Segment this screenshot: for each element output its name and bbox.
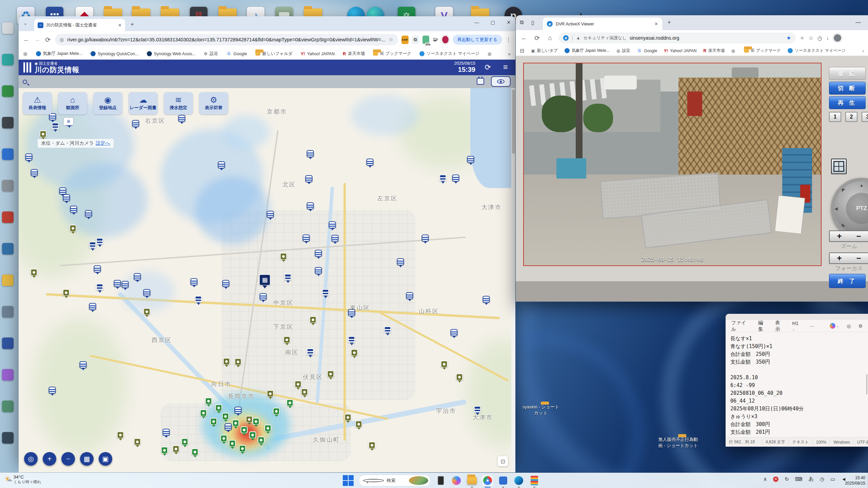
map-marker-wl[interactable] (25, 154, 33, 163)
settings-link[interactable]: 設定へ (96, 140, 110, 146)
map-marker-cam[interactable] (456, 373, 463, 383)
tray-icon-6[interactable]: ▭ (830, 476, 835, 482)
map-marker-camg[interactable] (220, 435, 228, 444)
desktop-shortcut[interactable]: 無人販売不正行為動画 - ショートカット (658, 436, 698, 449)
map-marker-wl[interactable] (267, 211, 274, 220)
bookmark-item[interactable]: ⚙設定 (204, 51, 218, 57)
tray-icon-3[interactable]: ⌨ (795, 476, 803, 482)
map-marker-camg[interactable] (222, 413, 229, 422)
map-button-発表情報[interactable]: ⚠ 発表情報 (23, 92, 52, 115)
new-tab-button[interactable]: + (131, 21, 134, 28)
map-marker-wl[interactable] (307, 150, 314, 159)
desktop-icon-small[interactable] (2, 401, 14, 412)
maximize-button[interactable]: ▢ (491, 20, 495, 25)
zoom-in-button[interactable]: + (837, 231, 842, 241)
menu-view[interactable]: 表示 (775, 320, 785, 332)
map-marker-navy[interactable] (474, 406, 481, 415)
minimize-button[interactable]: — (474, 20, 479, 25)
taskbar-search[interactable]: 検索 (359, 475, 431, 486)
map-marker-wl[interactable] (89, 303, 96, 312)
map-marker-wl[interactable] (483, 296, 490, 305)
copilot-icon[interactable]: ✧ (800, 35, 804, 41)
format-dropdown[interactable]: H1 ⌄ (792, 321, 803, 331)
map-marker-cam[interactable] (369, 442, 376, 451)
bookmark-item[interactable]: ◍ (488, 51, 493, 57)
map-marker-wl[interactable] (303, 235, 310, 244)
map-marker-camg[interactable] (200, 409, 207, 419)
map-marker-camg[interactable] (181, 438, 189, 447)
map-marker-wl[interactable] (218, 161, 225, 170)
map-marker-cam[interactable] (283, 336, 291, 345)
kawabou-search-bar[interactable] (19, 75, 515, 88)
map-marker-camg[interactable] (192, 448, 199, 458)
taskbar-edge-app[interactable] (513, 475, 524, 486)
map-marker-wl[interactable] (163, 429, 170, 438)
map-marker-wl[interactable] (452, 175, 459, 184)
dvr-ptz-dial[interactable]: ▲ ▼ ◀ ◤ ◥ ◣ PTZ (831, 178, 868, 239)
map-marker-cam[interactable] (267, 390, 274, 399)
dvr-channel-1[interactable]: 1 (829, 112, 841, 122)
map-marker-navy[interactable] (89, 242, 96, 251)
desktop-icon-small[interactable] (2, 180, 14, 191)
bookmark-item[interactable]: Synology QuickCon... (91, 51, 138, 57)
tray-icon-4[interactable]: あ (809, 476, 814, 482)
desktop-icon-small[interactable] (2, 432, 14, 444)
dvr-channel-3[interactable]: 3 (862, 112, 868, 122)
map-marker-navy[interactable] (384, 326, 391, 336)
bookmark-item[interactable]: 新しいフォルダ (255, 51, 293, 57)
start-button[interactable] (342, 475, 354, 486)
map-marker-wl[interactable] (260, 293, 267, 302)
map-marker-wl[interactable] (70, 206, 77, 215)
tray-icon-5[interactable]: ◷ (820, 476, 824, 482)
desktop-shortcut[interactable]: syasinn - ショートカット (520, 404, 561, 416)
desktop-icon-small[interactable] (2, 243, 14, 255)
hamburger-menu-icon[interactable]: ≡ (503, 62, 508, 72)
focus-in-button[interactable]: + (837, 253, 842, 263)
menu-edit[interactable]: 編集 (758, 320, 768, 332)
taskbar-phone-app[interactable] (435, 475, 446, 486)
map-marker-cam[interactable] (40, 130, 47, 140)
bookmark-item[interactable]: 気象庁 Japan Mete... (36, 51, 83, 57)
map-marker-wl[interactable] (305, 175, 313, 184)
bookmark-item[interactable]: IE ブックマーク (744, 48, 781, 54)
favorites-icon[interactable]: ☆ (808, 35, 813, 41)
back-button[interactable]: ← (23, 36, 30, 43)
bookmark-item[interactable]: Y!Yahoo! JAPAN (664, 48, 696, 54)
map-marker-camg[interactable] (232, 420, 239, 429)
tray-icon-2[interactable]: ↻ (785, 476, 789, 482)
taskbar-installer-app[interactable] (498, 475, 509, 486)
map-marker-cam[interactable] (355, 421, 362, 430)
map-marker-navy[interactable] (96, 238, 103, 247)
desktop-icon-small[interactable] (2, 117, 14, 128)
ptz-left-arrow[interactable]: ◀ (834, 206, 838, 211)
downloads-icon[interactable]: ↓ (826, 35, 829, 41)
site-info-icon[interactable]: ◎ (60, 37, 64, 42)
account-icon[interactable]: ◎ (847, 323, 851, 329)
map-marker-wl[interactable] (397, 258, 404, 267)
bookmark-item[interactable]: 気象庁 Japan Mete... (565, 48, 610, 54)
bookmark-item[interactable]: R楽天市場 (343, 51, 365, 57)
settings-gear-icon[interactable]: ⚙ (858, 323, 863, 329)
map-marker-navy[interactable] (96, 284, 103, 293)
zoom-out-button[interactable]: − (856, 231, 861, 241)
bookmark-item[interactable]: ◍ (731, 48, 737, 54)
map-marker-cam[interactable] (246, 416, 253, 425)
chrome-active-tab[interactable]: ~ 川の防災情報 - 国土交通省 ✕ (34, 19, 125, 31)
map-button-登録地点[interactable]: ◉ 登録地点 (93, 92, 122, 115)
tray-icon-0[interactable]: ∧ (763, 476, 767, 482)
map-marker-wl[interactable] (143, 289, 151, 298)
copilot-button[interactable]: ⌄ (830, 323, 839, 329)
desktop-icon-small[interactable] (2, 274, 14, 286)
map-marker-camg[interactable] (273, 408, 280, 417)
bookmarks-overflow-icon[interactable]: › (862, 48, 864, 54)
taskbar-chrome-app[interactable] (482, 475, 493, 486)
profile-avatar[interactable] (833, 34, 842, 42)
map-button-レーダー雨量[interactable]: ☁ レーダー雨量 (129, 92, 158, 115)
map-marker-wl[interactable] (332, 235, 339, 244)
bookmark-item[interactable]: ソースネクスト マイページ (788, 48, 846, 54)
map-marker-wl[interactable] (63, 194, 70, 203)
map-marker-wl[interactable] (367, 159, 374, 168)
map-control-3[interactable]: ▦ (80, 452, 94, 466)
map-marker-cam[interactable] (134, 438, 141, 447)
map-marker-navy[interactable] (322, 289, 329, 298)
